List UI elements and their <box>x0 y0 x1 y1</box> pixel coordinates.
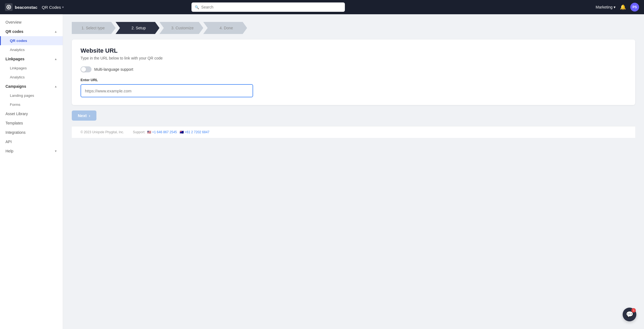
wizard-step-customize[interactable]: 3. Customize <box>159 22 203 34</box>
layout: Overview QR codes ▲ QR codes Analytics L… <box>0 14 644 329</box>
sidebar-item-analytics-qr[interactable]: Analytics <box>0 45 63 54</box>
footer-copyright: © 2023 Uniqode Phygital, Inc. <box>81 130 124 134</box>
toggle-label: Multi-language support <box>94 67 133 72</box>
card-subtitle: Type in the URL below to link with your … <box>81 56 626 60</box>
sidebar-item-overview[interactable]: Overview <box>0 18 63 27</box>
search-input[interactable] <box>201 5 342 9</box>
url-input[interactable] <box>81 84 253 97</box>
sidebar-item-api[interactable]: API <box>0 137 63 146</box>
next-button[interactable]: Next › <box>72 110 96 121</box>
sidebar-section-qr-codes[interactable]: QR codes ▲ <box>0 27 63 36</box>
wizard-step-done[interactable]: 4. Done <box>203 22 247 34</box>
wizard-step-select-type[interactable]: 1. Select type <box>72 22 116 34</box>
sidebar-section-linkpages[interactable]: Linkpages ▲ <box>0 54 63 64</box>
workspace-switcher[interactable]: Marketing ▾ <box>596 5 616 9</box>
footer-phone-au[interactable]: +61 2 7202 6847 <box>185 130 209 134</box>
wizard-step-setup[interactable]: 2. Setup <box>116 22 159 34</box>
svg-point-2 <box>8 6 10 8</box>
url-label: Enter URL <box>81 78 626 82</box>
sidebar-item-landing-pages[interactable]: Landing pages <box>0 91 63 100</box>
product-switcher[interactable]: QR Codes ▾ <box>42 5 64 10</box>
sidebar-section-campaigns[interactable]: Campaigns ▲ <box>0 82 63 91</box>
search-icon: 🔍 <box>195 5 199 9</box>
chevron-down-icon-help: ▼ <box>54 149 57 153</box>
topnav-right: Marketing ▾ 🔔 PS <box>596 3 639 12</box>
footer-support: Support: 🇺🇸 +1 646 867 2545 🇦🇺 +61 2 720… <box>133 130 210 134</box>
sidebar-item-linkpages[interactable]: Linkpages <box>0 64 63 73</box>
sidebar-item-qr-codes[interactable]: QR codes <box>0 36 63 45</box>
chevron-down-icon: ▾ <box>62 5 64 9</box>
toggle-thumb <box>81 67 86 72</box>
chevron-up-icon-campaigns: ▲ <box>54 85 57 88</box>
notifications-button[interactable]: 🔔 <box>620 4 626 10</box>
sidebar-item-help[interactable]: Help ▼ <box>0 146 63 156</box>
multi-language-toggle[interactable] <box>81 66 91 72</box>
sidebar: Overview QR codes ▲ QR codes Analytics L… <box>0 14 63 329</box>
chat-bubble[interactable]: 💬 3 <box>623 308 636 321</box>
setup-card: Website URL Type in the URL below to lin… <box>72 39 635 105</box>
chevron-up-icon-lp: ▲ <box>54 57 57 61</box>
search-bar: 🔍 <box>191 2 345 12</box>
wizard-steps: 1. Select type 2. Setup 3. Customize 4. … <box>72 22 258 34</box>
sidebar-item-asset-library[interactable]: Asset Library <box>0 109 63 118</box>
logo[interactable]: beaconstac <box>5 3 38 11</box>
card-title: Website URL <box>81 47 626 54</box>
workspace-chevron-icon: ▾ <box>614 5 616 9</box>
workspace-label: Marketing <box>596 5 612 9</box>
main-content: 1. Select type 2. Setup 3. Customize 4. … <box>63 14 644 329</box>
sidebar-item-integrations[interactable]: Integrations <box>0 128 63 137</box>
chat-badge: 3 <box>631 308 636 313</box>
footer-phone-us[interactable]: +1 646 867 2545 <box>152 130 177 134</box>
sidebar-item-templates[interactable]: Templates <box>0 118 63 128</box>
product-label: QR Codes <box>42 5 61 10</box>
avatar[interactable]: PS <box>630 3 639 12</box>
sidebar-item-analytics-lp[interactable]: Analytics <box>0 73 63 82</box>
arrow-right-icon: › <box>89 113 90 118</box>
logo-icon <box>5 3 13 11</box>
chevron-up-icon: ▲ <box>54 30 57 33</box>
logo-text: beaconstac <box>15 5 38 10</box>
sidebar-item-forms[interactable]: Forms <box>0 100 63 109</box>
multi-language-toggle-row: Multi-language support <box>81 66 626 72</box>
topnav: beaconstac QR Codes ▾ 🔍 Marketing ▾ 🔔 PS <box>0 0 644 14</box>
footer: © 2023 Uniqode Phygital, Inc. Support: 🇺… <box>72 126 635 138</box>
